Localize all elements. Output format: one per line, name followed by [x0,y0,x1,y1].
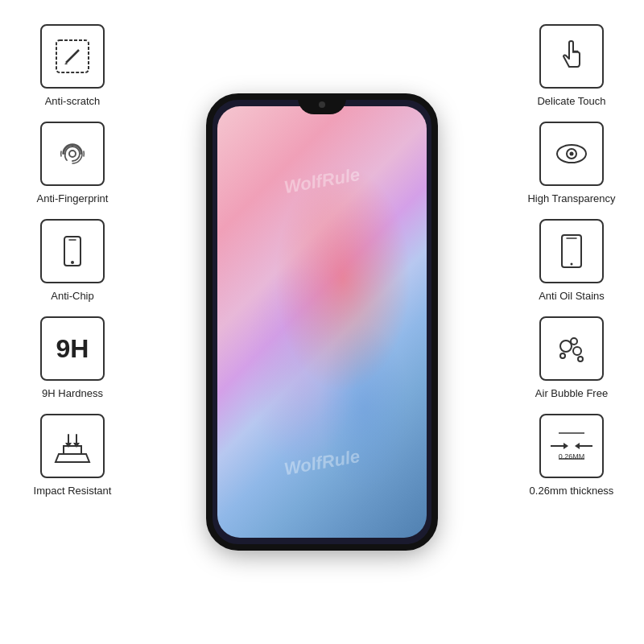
thickness-icon-box: 0.26MM [539,414,604,478]
svg-marker-7 [56,454,89,462]
svg-point-3 [69,151,76,157]
svg-point-21 [571,338,577,345]
svg-point-5 [71,261,74,264]
phone-notch [298,97,346,114]
impact-resistant-label: Impact Resistant [34,485,112,497]
thickness-label: 0.26mm thickness [530,485,614,497]
air-bubble-free-label: Air Bubble Free [535,387,608,399]
impact-resistant-icon [52,428,93,464]
feature-anti-fingerprint: Anti-Fingerprint [8,122,137,204]
9h-icon-box: 9H [40,316,105,381]
hand-touch-icon [551,36,592,76]
anti-scratch-label: Anti-scratch [45,95,101,107]
anti-chip-label: Anti-Chip [51,290,93,302]
feature-thickness: 0.26MM 0.26mm thickness [507,414,636,497]
phone-screen: WolfRule WolfRule [217,106,427,538]
phone-btn-vol-down [206,233,209,266]
screen-wallpaper [217,106,427,538]
svg-marker-27 [575,443,580,449]
9h-label: 9H Hardness [42,387,103,399]
eye-icon [551,134,592,174]
fingerprint-icon [52,134,93,174]
feature-9h-hardness: 9H 9H Hardness [8,316,137,399]
delicate-touch-label: Delicate Touch [537,95,605,107]
phone-dot-icon [554,233,589,269]
svg-marker-25 [564,443,568,449]
feature-delicate-touch: Delicate Touch [507,24,636,107]
phone-camera [319,101,325,108]
svg-line-1 [66,50,79,63]
product-page: Anti-scratch Anti-Fingerprint [0,0,644,644]
feature-anti-oil-stains: Anti Oil Stains [507,219,636,302]
svg-point-15 [570,152,574,156]
svg-rect-16 [562,235,581,267]
feature-high-transparency: High Transparency [507,122,636,204]
phone-btn-power [435,177,438,217]
pencil-square-icon [53,37,92,76]
phone-btn-vol-up [206,193,209,225]
anti-chip-icon-box [40,219,105,283]
phone-mockup: WolfRule WolfRule [209,97,435,547]
phone-small-icon [55,233,90,269]
feature-anti-scratch: Anti-scratch [8,24,137,107]
svg-point-23 [578,357,583,361]
svg-point-17 [571,263,573,266]
features-right-column: Delicate Touch High Transparency [507,24,636,511]
anti-fingerprint-label: Anti-Fingerprint [37,192,109,204]
high-transparency-label: High Transparency [527,192,615,204]
9h-text: 9H [56,334,89,364]
impact-resistant-icon-box [40,414,105,478]
feature-air-bubble-free: Air Bubble Free [507,316,636,399]
feature-impact-resistant: Impact Resistant [8,414,137,497]
svg-point-20 [573,347,581,355]
delicate-touch-icon-box [539,24,604,89]
features-left-column: Anti-scratch Anti-Fingerprint [8,24,137,511]
phone-body: WolfRule WolfRule [209,97,435,547]
svg-point-19 [560,341,572,352]
anti-fingerprint-icon-box [40,122,105,186]
thickness-icon: 0.26MM [543,417,601,475]
svg-rect-8 [64,446,81,454]
anti-scratch-icon-box [40,24,105,89]
high-transparency-icon-box [539,122,604,186]
svg-point-22 [560,353,565,358]
anti-oil-stains-label: Anti Oil Stains [539,290,605,302]
anti-oil-stains-icon-box [539,219,604,283]
feature-anti-chip: Anti-Chip [8,219,137,302]
bubbles-icon [551,328,592,369]
phone-btn-silent [206,161,209,185]
air-bubble-free-icon-box [539,316,604,381]
